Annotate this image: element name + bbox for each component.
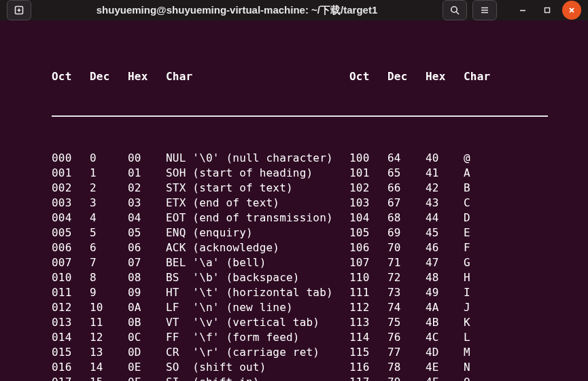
cell-hex2: 4C [426, 330, 464, 345]
cell-hex: 02 [128, 181, 166, 196]
cell-char2: L [464, 330, 491, 345]
terminal-body[interactable]: Oct Dec Hex Char Oct Dec Hex Char 000000… [0, 20, 588, 381]
cell-char2: @ [464, 151, 491, 166]
hdr-char2: Char [464, 69, 491, 84]
table-row: 015130DCR '\r' (carriage ret)115774DM [52, 345, 588, 360]
cell-oct: 007 [52, 255, 90, 270]
cell-hex: 09 [128, 285, 166, 300]
hamburger-icon [479, 5, 490, 16]
cell-dec: 11 [90, 315, 128, 330]
menu-button[interactable] [472, 0, 497, 20]
cell-dec: 10 [90, 300, 128, 315]
search-button[interactable] [443, 0, 467, 20]
cell-char: SO (shift out) [166, 360, 349, 375]
table-row: 012100ALF '\n' (new line)112744AJ [52, 300, 588, 315]
table-row: 000000NUL '\0' (null character)1006440@ [52, 151, 588, 166]
cell-hex2: 4E [426, 360, 464, 375]
cell-hex: 0D [128, 345, 166, 360]
cell-hex2: 41 [426, 166, 464, 181]
cell-dec2: 75 [387, 315, 426, 330]
table-rows: 000000NUL '\0' (null character)1006440@0… [52, 151, 588, 381]
cell-char2: D [464, 211, 491, 225]
svg-rect-2 [545, 8, 550, 13]
cell-char: BS '\b' (backspace) [166, 270, 349, 285]
minimize-button[interactable] [513, 1, 532, 20]
cell-char2: A [464, 166, 491, 181]
ascii-table: Oct Dec Hex Char Oct Dec Hex Char 000000… [0, 39, 588, 381]
table-row: 010808BS '\b' (backspace)1107248H [52, 270, 588, 285]
cell-dec: 13 [90, 345, 128, 360]
hdr-hex2: Hex [426, 69, 464, 84]
cell-hex2: 48 [426, 270, 464, 285]
cell-hex: 0E [128, 360, 166, 375]
hdr-oct: Oct [52, 69, 90, 84]
cell-oct: 016 [52, 360, 90, 375]
table-row: 017150FSI (shift in)117794FO [52, 375, 588, 381]
cell-hex: 04 [128, 211, 166, 225]
table-row: 014120CFF '\f' (form feed)114764CL [52, 330, 588, 345]
new-tab-button[interactable] [7, 0, 31, 20]
cell-dec: 6 [90, 240, 128, 255]
titlebar-right [443, 0, 581, 20]
cell-hex: 00 [128, 151, 166, 166]
cell-hex: 0B [128, 315, 166, 330]
cell-hex2: 46 [426, 240, 464, 255]
cell-oct: 013 [52, 315, 90, 330]
cell-char2: K [464, 315, 491, 330]
header-rule [52, 115, 548, 117]
table-row: 002202STX (start of text)1026642B [52, 181, 588, 196]
cell-dec2: 64 [387, 151, 426, 166]
cell-oct: 014 [52, 330, 90, 345]
cell-char: LF '\n' (new line) [166, 300, 349, 315]
cell-oct: 006 [52, 240, 90, 255]
cell-dec2: 68 [387, 211, 426, 225]
titlebar: shuyueming@shuyueming-virtual-machine: ~… [0, 0, 588, 20]
cell-hex2: 40 [426, 151, 464, 166]
cell-oct: 010 [52, 270, 90, 285]
table-row: 016140ESO (shift out)116784EN [52, 360, 588, 375]
cell-char: FF '\f' (form feed) [166, 330, 349, 345]
hdr-dec2: Dec [387, 69, 426, 84]
cell-dec: 3 [90, 196, 128, 211]
maximize-button[interactable] [538, 1, 557, 20]
cell-hex: 05 [128, 225, 166, 240]
maximize-icon [543, 6, 551, 14]
cell-hex: 0F [128, 375, 166, 381]
close-button[interactable] [562, 1, 581, 20]
cell-dec2: 73 [387, 285, 426, 300]
cell-char: SOH (start of heading) [166, 166, 349, 181]
cell-oct2: 112 [349, 300, 387, 315]
cell-oct: 005 [52, 225, 90, 240]
cell-char2: F [464, 240, 491, 255]
cell-hex2: 49 [426, 285, 464, 300]
table-row: 005505ENQ (enquiry)1056945E [52, 225, 588, 240]
cell-char2: M [464, 345, 491, 360]
cell-oct: 015 [52, 345, 90, 360]
cell-hex2: 47 [426, 255, 464, 270]
cell-char2: E [464, 225, 491, 240]
cell-dec2: 70 [387, 240, 426, 255]
cell-char2: H [464, 270, 491, 285]
cell-hex2: 4F [426, 375, 464, 381]
cell-dec: 9 [90, 285, 128, 300]
cell-char2: B [464, 181, 491, 196]
cell-char: BEL '\a' (bell) [166, 255, 349, 270]
cell-dec: 1 [90, 166, 128, 181]
cell-char: EOT (end of transmission) [166, 211, 349, 225]
cell-dec2: 79 [387, 375, 426, 381]
cell-dec2: 65 [387, 166, 426, 181]
cell-oct2: 107 [349, 255, 387, 270]
cell-dec: 2 [90, 181, 128, 196]
cell-hex2: 44 [426, 211, 464, 225]
cell-dec2: 67 [387, 196, 426, 211]
cell-dec2: 76 [387, 330, 426, 345]
table-row: 001101SOH (start of heading)1016541A [52, 166, 588, 181]
cell-char: ETX (end of text) [166, 196, 349, 211]
cell-oct: 012 [52, 300, 90, 315]
cell-dec2: 72 [387, 270, 426, 285]
cell-oct2: 106 [349, 240, 387, 255]
cell-char: SI (shift in) [166, 375, 349, 381]
cell-oct2: 114 [349, 330, 387, 345]
cell-dec: 15 [90, 375, 128, 381]
cell-hex2: 43 [426, 196, 464, 211]
